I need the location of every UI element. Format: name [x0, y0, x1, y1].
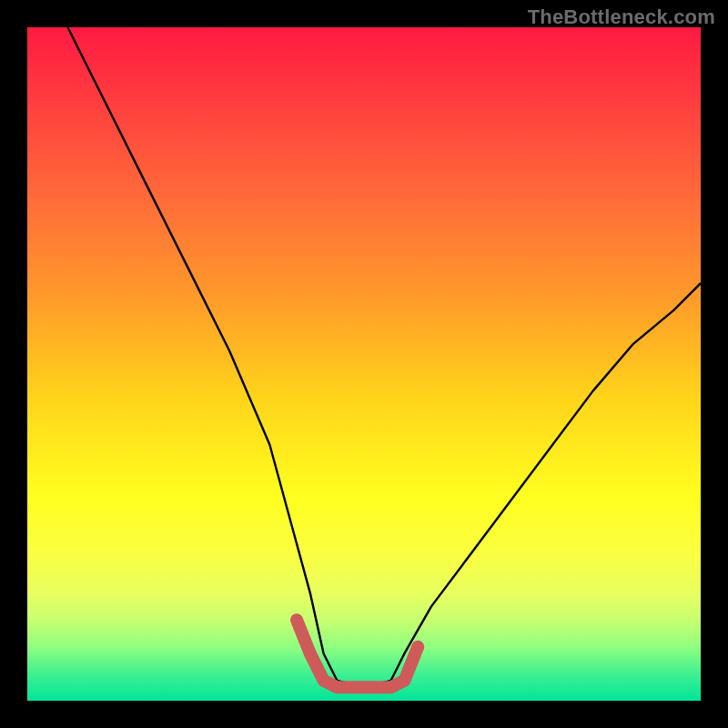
bottom-notch: [297, 620, 418, 687]
chart-frame: TheBottleneck.com: [0, 0, 728, 728]
watermark-text: TheBottleneck.com: [528, 5, 715, 29]
main-curve: [67, 27, 701, 687]
chart-plot-area: [27, 27, 701, 701]
chart-svg: [27, 27, 701, 701]
